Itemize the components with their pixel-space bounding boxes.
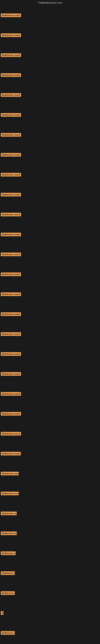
bottleneck-badge: Bottleneck result [1, 53, 21, 57]
bottleneck-badge: Bottleneck result [1, 552, 16, 555]
table-row: Bottleneck result [0, 25, 100, 45]
table-row: Bottleneck result [0, 185, 100, 205]
bottleneck-badge: Bottleneck result [1, 532, 17, 535]
table-row: Bottleneck result [0, 65, 100, 85]
bottleneck-badge: Bottleneck result [1, 113, 21, 117]
bottleneck-badge: Bottleneck result [1, 34, 21, 37]
bottleneck-badge: Bottleneck result [1, 73, 21, 77]
bottleneck-badge: Bottleneck result [1, 492, 19, 495]
table-row: Bottleneck result [0, 563, 100, 583]
table-row: Bottleneck result [0, 504, 100, 524]
table-row: Bottleneck result [0, 344, 100, 364]
table-row: Bottleneck result [0, 464, 100, 484]
bottleneck-badge: Bottleneck result [1, 193, 21, 196]
table-row: Bottleneck result [0, 45, 100, 65]
table-row: Bottleneck result [0, 224, 100, 244]
bottleneck-badge: B [1, 611, 3, 615]
table-row: Bottleneck result [0, 484, 100, 504]
bottleneck-badge: Bottleneck result [1, 332, 21, 336]
table-row: Bottleneck result [0, 145, 100, 165]
bottleneck-badge: Bottleneck result [1, 472, 19, 475]
table-row: Bottleneck result [0, 384, 100, 404]
table-row: Bottleneck result [0, 583, 100, 603]
bottleneck-badge: Bottleneck result [1, 452, 21, 456]
bottleneck-badge: Bottleneck result [1, 392, 21, 396]
bottleneck-badge: Bottleneck result [1, 133, 21, 137]
bottleneck-badge: Bottleneck result [1, 272, 21, 276]
bottleneck-badge: Bottleneck result [1, 512, 17, 515]
page-container: TheBottlenecker.com Bottleneck resultBot… [0, 0, 100, 643]
table-row: Bottleneck result [0, 324, 100, 344]
table-row: B [0, 603, 100, 623]
site-title: TheBottlenecker.com [0, 0, 100, 6]
table-row: Bottleneck result [0, 544, 100, 563]
table-row: Bottleneck result [0, 85, 100, 105]
bottleneck-badge: Bottleneck result [1, 372, 21, 376]
table-row: Bottleneck result [0, 264, 100, 284]
bottleneck-badge: Bottleneck result [1, 631, 15, 635]
table-row: Bottleneck result [0, 105, 100, 125]
bottleneck-badge: Bottleneck result [1, 153, 21, 156]
table-row: Bottleneck result [0, 284, 100, 304]
bottleneck-badge: Bottleneck result [1, 412, 21, 416]
bottleneck-badge: Bottleneck result [1, 93, 21, 97]
table-row: Bottleneck result [0, 244, 100, 264]
bottleneck-badge: Bottleneck result [1, 233, 21, 236]
table-row: Bottleneck result [0, 165, 100, 185]
table-row: Bottleneck result [0, 125, 100, 145]
bottleneck-badge: Bottleneck result [1, 292, 21, 296]
bottleneck-badge: Bottleneck result [1, 312, 21, 316]
bottleneck-badge: Bottleneck result [1, 352, 21, 356]
bottleneck-badge: Bottleneck result [1, 571, 15, 575]
bottleneck-badge: Bottleneck result [1, 173, 21, 176]
bottleneck-badge: Bottleneck result [1, 213, 21, 216]
bottleneck-badge: Bottleneck result [1, 591, 15, 595]
table-row: Bottleneck result [0, 205, 100, 224]
table-row: Bottleneck result [0, 364, 100, 384]
bottleneck-badge: Bottleneck result [1, 14, 21, 17]
table-row: Bottleneck result [0, 444, 100, 464]
table-row: Bottleneck result [0, 404, 100, 424]
table-row: Bottleneck result [0, 6, 100, 25]
bottleneck-badge: Bottleneck result [1, 432, 21, 436]
table-row: Bottleneck result [0, 524, 100, 544]
table-row: Bottleneck result [0, 304, 100, 324]
bottleneck-badge: Bottleneck result [1, 252, 21, 256]
table-row: Bottleneck result [0, 424, 100, 444]
table-row: Bottleneck result [0, 623, 100, 643]
